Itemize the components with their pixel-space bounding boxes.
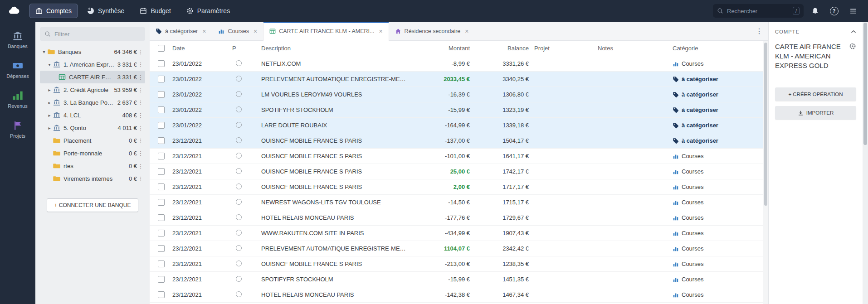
nav-item-budget[interactable]: Budget <box>133 4 177 18</box>
kebab-menu-icon[interactable]: ⋮ <box>137 87 144 93</box>
kebab-menu-icon[interactable]: ⋮ <box>137 112 144 119</box>
cell-categorie[interactable]: Courses <box>670 291 763 298</box>
row-checkbox[interactable] <box>158 214 165 221</box>
reconcile-radio[interactable] <box>236 137 242 143</box>
column-header-projet[interactable]: Projet <box>532 45 595 52</box>
table-row[interactable]: 23/12/2021 HOTEL RELAIS MONCEAU PARIS -1… <box>150 287 763 303</box>
cell-categorie[interactable]: à catégoriser <box>670 76 763 82</box>
search-input[interactable] <box>727 8 789 14</box>
reconcile-radio[interactable] <box>236 122 242 128</box>
kebab-menu-icon[interactable]: ⋮ <box>137 163 144 169</box>
reconcile-radio[interactable] <box>236 106 242 112</box>
chevron-up-icon[interactable] <box>851 30 856 34</box>
cell-categorie[interactable]: à catégoriser <box>670 106 763 113</box>
row-checkbox[interactable] <box>158 106 165 113</box>
column-header-description[interactable]: Description <box>258 45 411 52</box>
reconcile-radio[interactable] <box>236 153 242 159</box>
reconcile-radio[interactable] <box>236 245 242 251</box>
kebab-menu-icon[interactable]: ⋮ <box>137 125 144 131</box>
tree-item[interactable]: ▾▸ rtes 0 € ⋮ <box>40 159 145 172</box>
reconcile-radio[interactable] <box>236 276 242 282</box>
table-row[interactable]: 23/12/2021 OUISNCF MOBILE FRANCE S PARIS… <box>150 133 763 149</box>
table-scrollbar-thumb[interactable] <box>764 43 767 206</box>
nav-item-comptes[interactable]: Comptes <box>29 4 78 18</box>
table-row[interactable]: 23/01/2022 PRELEVEMENT AUTOMATIQUE ENREG… <box>150 72 763 87</box>
table-row[interactable]: 23/12/2021 SPOTIFYFR STOCKHOLM -15,99 € … <box>150 272 763 287</box>
cell-categorie[interactable]: Courses <box>670 261 763 267</box>
cell-categorie[interactable]: Courses <box>670 60 763 67</box>
tab-overflow-menu[interactable]: ⋮ <box>750 22 768 40</box>
reconcile-radio[interactable] <box>236 199 242 205</box>
kebab-menu-icon[interactable]: ⋮ <box>137 61 144 68</box>
tab-carte-air-france[interactable]: CARTE AIR FRANCE KLM - AMERI... × <box>263 22 389 41</box>
row-checkbox[interactable] <box>158 91 165 98</box>
row-checkbox[interactable] <box>158 76 165 82</box>
row-checkbox[interactable] <box>158 122 165 129</box>
tree-item[interactable]: ▾▸ 2. Crédit Agricole 53 959 € ⋮ <box>40 83 145 96</box>
caret-icon[interactable]: ▾▸ <box>46 87 53 92</box>
kebab-menu-icon[interactable]: ⋮ <box>137 175 144 182</box>
column-header-p[interactable]: P <box>229 45 258 52</box>
table-row[interactable]: 23/12/2021 WWW.RAKUTEN.COM SITE IN PARIS… <box>150 226 763 241</box>
reconcile-radio[interactable] <box>236 261 242 266</box>
reconcile-radio[interactable] <box>236 214 242 220</box>
tree-item[interactable]: ▾▸ Placement 0 € ⋮ <box>40 134 145 147</box>
rail-item-projets[interactable]: Projets <box>1 115 34 144</box>
row-checkbox[interactable] <box>158 245 165 252</box>
table-scrollbar[interactable] <box>763 41 768 304</box>
close-icon[interactable]: × <box>202 28 206 35</box>
table-row[interactable]: 23/12/2021 PRELEVEMENT AUTOMATIQUE ENREG… <box>150 241 763 256</box>
table-row[interactable]: 23/01/2022 LM VOURLES LEROYM49 VOURLES -… <box>150 87 763 102</box>
cell-categorie[interactable]: Courses <box>670 199 763 206</box>
reconcile-radio[interactable] <box>236 168 242 174</box>
kebab-menu-icon[interactable]: ⋮ <box>137 48 144 55</box>
tree-item[interactable]: ▾▸ 3. La Banque Postale 2 637 € ⋮ <box>40 96 145 109</box>
filter-input[interactable] <box>54 31 141 38</box>
menu-button[interactable] <box>845 3 861 19</box>
table-row[interactable]: 23/12/2021 NEWREST WAGONS-LITS TGV TOULO… <box>150 195 763 210</box>
kebab-menu-icon[interactable]: ⋮ <box>137 137 144 144</box>
notifications-button[interactable] <box>807 3 823 19</box>
column-header-categorie[interactable]: Catégorie <box>670 45 763 52</box>
cell-categorie[interactable]: Courses <box>670 183 763 190</box>
cell-categorie[interactable]: Courses <box>670 245 763 252</box>
reconcile-radio[interactable] <box>236 60 242 66</box>
column-header-montant[interactable]: Montant <box>411 45 473 52</box>
column-header-date[interactable]: Date <box>170 45 229 52</box>
reconcile-radio[interactable] <box>236 291 242 297</box>
close-icon[interactable]: × <box>465 28 468 35</box>
table-row[interactable]: 23/12/2021 HOTEL RELAIS MONCEAU PARIS -1… <box>150 210 763 226</box>
tree-item[interactable]: ▾▸ 5. Qonto 4 011 € ⋮ <box>40 121 145 134</box>
row-checkbox[interactable] <box>158 291 165 298</box>
row-checkbox[interactable] <box>158 60 165 67</box>
tree-item[interactable]: ▾▸ Virements internes 0 € ⋮ <box>40 172 145 185</box>
row-checkbox[interactable] <box>158 183 165 190</box>
tab-courses[interactable]: Courses × <box>212 22 263 40</box>
import-button[interactable]: IMPORTER <box>775 106 856 120</box>
tree-item[interactable]: ▾▸ 1. American Express 3 331 € ⋮ <box>40 58 145 71</box>
cell-categorie[interactable]: Courses <box>670 153 763 159</box>
select-all-checkbox[interactable] <box>158 45 165 52</box>
close-icon[interactable]: × <box>254 28 257 35</box>
caret-icon[interactable]: ▾▸ <box>46 113 53 118</box>
row-checkbox[interactable] <box>158 168 165 175</box>
reconcile-radio[interactable] <box>236 230 242 236</box>
table-row[interactable]: 23/12/2021 OUISNCF MOBILE FRANCE S PARIS… <box>150 164 763 179</box>
reconcile-radio[interactable] <box>236 183 242 189</box>
table-row[interactable]: 23/12/2021 OUISNCF MOBILE FRANCE S PARIS… <box>150 179 763 195</box>
reconcile-radio[interactable] <box>236 91 242 97</box>
tree-item[interactable]: ▾▸ CARTE AIR FRAN... 3 331 € ⋮ <box>40 71 145 83</box>
row-checkbox[interactable] <box>158 230 165 236</box>
cell-categorie[interactable]: Courses <box>670 168 763 175</box>
cell-categorie[interactable]: Courses <box>670 214 763 221</box>
rail-item-banques[interactable]: Banques <box>1 25 34 54</box>
rail-item-revenus[interactable]: Revenus <box>1 85 34 114</box>
connect-bank-button[interactable]: + CONNECTER UNE BANQUE <box>47 198 138 212</box>
kebab-menu-icon[interactable]: ⋮ <box>137 99 144 106</box>
row-checkbox[interactable] <box>158 137 165 144</box>
tree-item[interactable]: ▾▸ Banques 64 346 € ⋮ <box>40 45 145 58</box>
nav-item-synthese[interactable]: Synthèse <box>81 4 131 18</box>
tree-item[interactable]: ▾▸ Porte-monnaie 0 € ⋮ <box>40 147 145 159</box>
rail-item-depenses[interactable]: Dépenses <box>1 55 34 84</box>
create-operation-button[interactable]: + CRÉER OPÉRATION <box>775 87 856 101</box>
